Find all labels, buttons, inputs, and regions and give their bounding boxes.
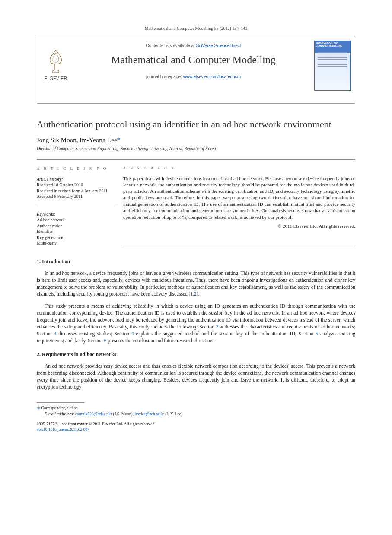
homepage-prefix: journal homepage: <box>146 74 183 79</box>
history-revised: Received in revised form 4 January 2011 <box>37 188 115 194</box>
journal-cover-thumbnail: MATHEMATICAL AND COMPUTER MODELLING <box>314 41 351 91</box>
contents-available-line: Contents lists available at SciVerse Sci… <box>77 43 310 48</box>
citation-line: Mathematical and Computer Modelling 55 (… <box>37 26 355 31</box>
journal-homepage-line: journal homepage: www.elsevier.com/locat… <box>77 74 310 79</box>
author-list: Jong Sik Moon, Im-Yeong Lee* <box>37 137 355 144</box>
front-matter-line: 0895-7177/$ – see front matter © 2011 El… <box>37 421 355 427</box>
section-2-para-1: An ad hoc network provides easy device a… <box>37 363 355 390</box>
keywords-label: Keywords: <box>37 211 115 217</box>
email-addresses-label: E-mail addresses: <box>45 412 74 416</box>
authors-names: Jong Sik Moon, Im-Yeong Lee <box>37 137 117 143</box>
para-text: discusses existing studies; Section <box>56 331 131 336</box>
author-affiliation: Division of Computer Science and Enginee… <box>37 146 355 151</box>
history-label: Article history: <box>37 176 115 182</box>
journal-homepage-link[interactable]: www.elsevier.com/locate/mcm <box>183 74 241 79</box>
sciencedirect-link[interactable]: SciVerse ScienceDirect <box>196 43 241 48</box>
cover-title-text: MATHEMATICAL AND COMPUTER MODELLING <box>316 42 349 47</box>
keyword: Key generation <box>37 235 115 241</box>
abstract-text: This paper deals with device connections… <box>123 175 355 220</box>
elsevier-tree-icon <box>45 49 67 73</box>
email-line: E-mail addresses: comnik528@sch.ac.kr (J… <box>37 411 355 417</box>
abstract-heading: A B S T R A C T <box>123 166 355 170</box>
reference-link[interactable]: 1,2 <box>190 291 196 296</box>
history-received: Received 18 October 2010 <box>37 182 115 188</box>
author-email-link[interactable]: imylee@sch.ac.kr <box>134 412 164 416</box>
star-icon: ∗ <box>37 406 40 410</box>
article-info-column: A R T I C L E I N F O Article history: R… <box>37 159 123 246</box>
section-1-para-1: In an ad hoc network, a device frequentl… <box>37 270 355 297</box>
history-accepted: Accepted 8 February 2011 <box>37 194 115 200</box>
keyword: Identifier <box>37 229 115 235</box>
section-1-para-2: This study presents a means of achieving… <box>37 303 355 344</box>
contents-prefix: Contents lists available at <box>146 43 196 48</box>
corr-label: Corresponding author. <box>41 406 78 410</box>
publisher-logo-block: ELSEVIER <box>41 49 70 81</box>
article-info-heading: A R T I C L E I N F O <box>37 166 115 171</box>
journal-header: ELSEVIER Contents lists available at Sci… <box>37 36 355 104</box>
abstract-copyright: © 2011 Elsevier Ltd. All rights reserved… <box>123 223 355 229</box>
keyword: Multi-party <box>37 240 115 246</box>
journal-title: Mathematical and Computer Modelling <box>77 54 310 66</box>
para-text: explains the suggested method and the se… <box>134 331 316 336</box>
doi-link[interactable]: doi:10.1016/j.mcm.2011.02.007 <box>37 427 89 432</box>
footnote-separator <box>37 402 84 403</box>
author-email-link[interactable]: comnik528@sch.ac.kr <box>75 412 112 416</box>
section-2-heading: 2. Requirements in ad hoc networks <box>37 351 355 358</box>
corresponding-author-mark[interactable]: * <box>117 137 121 143</box>
cover-decoration <box>316 52 349 67</box>
email-owner: (I.-Y. Lee). <box>165 412 183 416</box>
para-text: ]. <box>197 291 200 296</box>
email-owner: (J.S. Moon), <box>113 412 134 416</box>
footnotes-block: ∗ Corresponding author. E-mail addresses… <box>37 405 355 433</box>
para-text: presents the conclusion and future resea… <box>107 338 216 343</box>
corresponding-author-note: ∗ Corresponding author. <box>37 405 355 411</box>
keyword: Authentication <box>37 223 115 229</box>
publisher-name: ELSEVIER <box>41 76 70 81</box>
keyword: Ad hoc network <box>37 217 115 223</box>
article-title: Authentication protocol using an identif… <box>37 118 355 131</box>
abstract-column: A B S T R A C T This paper deals with de… <box>123 159 355 246</box>
section-1-heading: 1. Introduction <box>37 258 355 265</box>
